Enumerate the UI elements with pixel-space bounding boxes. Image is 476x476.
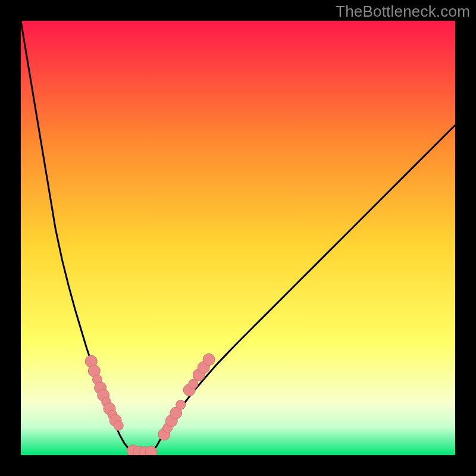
data-point-marker xyxy=(176,400,186,409)
watermark-text: TheBottleneck.com xyxy=(336,2,470,21)
chart-root: TheBottleneck.com xyxy=(0,0,476,476)
chart-svg xyxy=(0,0,476,476)
data-point-marker xyxy=(114,421,123,430)
data-point-marker xyxy=(203,353,215,365)
plot-background xyxy=(21,21,455,455)
